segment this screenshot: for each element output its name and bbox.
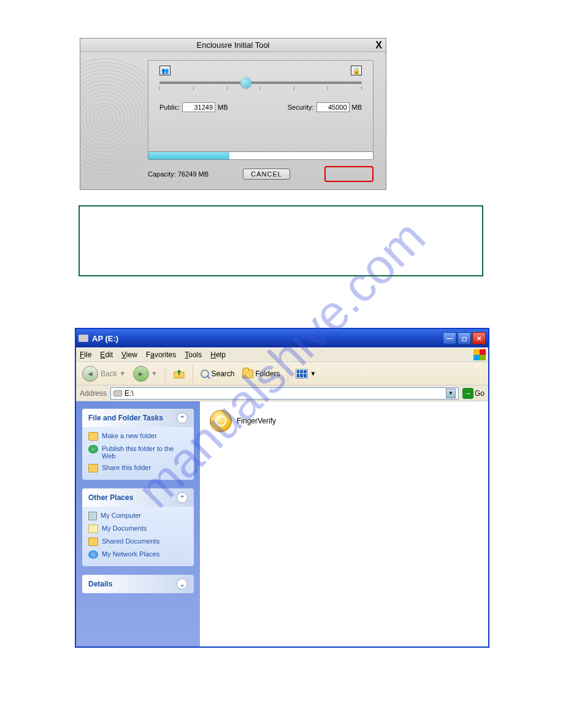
search-button[interactable]: Search [198, 368, 237, 379]
enclosure-tool-dialog: Enclousre Initial Tool X 👥 🔒 Public: MB … [80, 38, 386, 190]
menu-view[interactable]: View [121, 351, 137, 359]
toolbar: ◄ Back ▼ ► ▼ Search Folders [76, 362, 488, 385]
close-icon[interactable]: X [375, 39, 382, 52]
drive-icon [113, 390, 122, 396]
task-new-folder[interactable]: Make a new folder [88, 432, 188, 441]
maximize-button[interactable]: ◻ [458, 332, 471, 344]
file-item-fingerverify[interactable]: FingerVerify [210, 410, 478, 432]
close-button[interactable]: ✕ [472, 332, 486, 344]
chevron-down-icon: ▼ [120, 370, 126, 377]
folders-button[interactable]: Folders [240, 368, 283, 379]
search-icon [201, 370, 209, 378]
cancel-button[interactable]: CANCEL [243, 169, 290, 180]
highlighted-button[interactable] [324, 166, 373, 182]
place-network[interactable]: My Network Places [88, 550, 188, 559]
partition-slider[interactable] [159, 82, 362, 84]
tasks-sidebar: File and Folder Tasks ⌃ Make a new folde… [76, 401, 200, 646]
slider-panel: 👥 🔒 Public: MB Security: MB [148, 60, 373, 153]
documents-icon [88, 525, 98, 533]
window-titlebar[interactable]: AP (E:) — ◻ ✕ [76, 329, 488, 347]
menu-bar: File Edit View Favorites Tools Help [76, 347, 488, 362]
go-button[interactable]: → Go [462, 388, 484, 399]
computer-icon [88, 512, 97, 520]
explorer-window: AP (E:) — ◻ ✕ File Edit View Favorites T… [75, 328, 489, 648]
window-title: AP (E:) [92, 334, 118, 343]
minimize-button[interactable]: — [443, 332, 456, 344]
public-input[interactable] [182, 102, 215, 112]
collapse-icon[interactable]: ⌃ [177, 492, 188, 503]
back-arrow-icon: ◄ [82, 366, 98, 382]
drive-icon [79, 335, 88, 342]
folder-up-icon [173, 368, 185, 380]
go-arrow-icon: → [462, 388, 473, 399]
public-icon: 👥 [159, 66, 170, 75]
chevron-down-icon: ▼ [151, 370, 158, 377]
details-panel: Details ⌄ [82, 575, 194, 593]
address-input[interactable]: E:\ ▼ [110, 387, 459, 400]
place-my-documents[interactable]: My Documents [88, 525, 188, 533]
capacity-label: Capacity: 76249 MB [148, 170, 209, 178]
dialog-titlebar: Enclousre Initial Tool X [80, 39, 386, 52]
globe-icon [88, 445, 98, 453]
place-my-computer[interactable]: My Computer [88, 512, 188, 520]
collapse-icon[interactable]: ⌃ [177, 412, 188, 423]
shared-folder-icon [88, 537, 98, 546]
slider-ticks [159, 86, 362, 90]
address-bar: Address E:\ ▼ → Go [76, 385, 488, 401]
progress-bar [148, 151, 373, 160]
back-button[interactable]: ◄ Back ▼ [80, 365, 128, 383]
panel-header[interactable]: File and Folder Tasks ⌃ [82, 409, 194, 427]
panel-header[interactable]: Details ⌄ [82, 575, 194, 593]
folders-icon [242, 370, 253, 378]
file-name: FingerVerify [237, 417, 276, 425]
views-icon [296, 369, 308, 379]
task-share[interactable]: Share this folder [88, 464, 188, 472]
application-icon [210, 410, 232, 432]
network-icon [88, 550, 98, 559]
file-folder-tasks-panel: File and Folder Tasks ⌃ Make a new folde… [82, 409, 194, 480]
share-folder-icon [88, 464, 98, 472]
place-shared-documents[interactable]: Shared Documents [88, 537, 188, 546]
expand-icon[interactable]: ⌄ [177, 578, 188, 590]
file-list-area[interactable]: FingerVerify [200, 401, 488, 646]
security-input[interactable] [316, 102, 350, 112]
windows-flag-icon [473, 349, 486, 360]
other-places-panel: Other Places ⌃ My Computer My Documents … [82, 488, 194, 566]
up-button[interactable] [170, 366, 188, 381]
address-label: Address [80, 389, 107, 398]
forward-arrow-icon: ► [133, 366, 149, 382]
dialog-title: Enclousre Initial Tool [197, 40, 270, 50]
panel-header[interactable]: Other Places ⌃ [82, 488, 194, 507]
menu-edit[interactable]: Edit [100, 351, 113, 359]
public-label: Public: [159, 104, 180, 111]
public-unit: MB [218, 104, 228, 111]
folder-icon [88, 432, 98, 441]
security-label: Security: [288, 104, 314, 111]
menu-tools[interactable]: Tools [185, 351, 202, 359]
menu-file[interactable]: File [80, 351, 91, 359]
chevron-down-icon: ▼ [310, 370, 316, 377]
lock-icon: 🔒 [351, 66, 362, 75]
views-button[interactable]: ▼ [293, 368, 319, 380]
menu-help[interactable]: Help [210, 351, 226, 359]
slider-thumb[interactable] [240, 77, 251, 88]
menu-favorites[interactable]: Favorites [146, 351, 176, 359]
task-publish[interactable]: Publish this folder to the Web [88, 445, 188, 460]
address-dropdown-icon[interactable]: ▼ [446, 389, 456, 398]
security-unit: MB [352, 104, 362, 111]
forward-button[interactable]: ► ▼ [131, 365, 160, 383]
annotation-box [79, 205, 483, 276]
